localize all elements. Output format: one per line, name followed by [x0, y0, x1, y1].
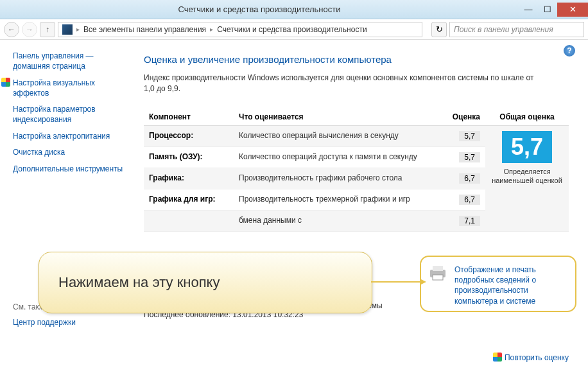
callout-arrow	[371, 281, 425, 283]
cell-score: 5,7	[447, 125, 485, 146]
repeat-label: Повторить оценку	[505, 353, 569, 362]
cell-desc: Производительность трехмерной графики и …	[234, 189, 447, 210]
breadcrumb[interactable]: ▸ Все элементы панели управления ▸ Счетч…	[58, 22, 422, 37]
titlebar: Счетчики и средства производительности —…	[0, 0, 588, 19]
cell-score: 6,7	[447, 168, 485, 189]
back-button[interactable]: ←	[4, 22, 19, 37]
up-button[interactable]: ↑	[40, 22, 55, 37]
sidebar-link-support[interactable]: Центр поддержки	[13, 318, 128, 328]
sidebar-link-advanced-tools[interactable]: Дополнительные инструменты	[13, 164, 128, 175]
search-input[interactable]: Поиск в панели управления	[449, 22, 584, 37]
score-table: Компонент Что оценивается Оценка Общая о…	[144, 109, 569, 232]
search-placeholder: Поиск в панели управления	[454, 25, 553, 34]
cell-score: 6,7	[447, 189, 485, 210]
sidebar: Панель управления — домашняя страница На…	[0, 40, 135, 375]
overall-score-badge: 5,7	[502, 131, 552, 163]
cell-desc: Производительность графики рабочего стол…	[234, 168, 447, 189]
page-heading: Оценка и увеличение производительности к…	[144, 54, 569, 65]
cell-component: Процессор:	[144, 125, 234, 146]
cell-component: Графика:	[144, 168, 234, 189]
address-bar: ← → ↑ ▸ Все элементы панели управления ▸…	[0, 19, 588, 40]
minimize-button[interactable]: —	[519, 3, 538, 17]
overall-score-cell: 5,7 Определяется наименьшей оценкой	[485, 125, 569, 231]
sidebar-home-link[interactable]: Панель управления — домашняя страница	[13, 51, 128, 71]
window-controls: — ☐ ✕	[519, 3, 588, 17]
shield-icon	[1, 78, 10, 87]
svg-rect-2	[433, 275, 443, 280]
content-pane: Оценка и увеличение производительности к…	[135, 40, 588, 375]
cell-component: Графика для игр:	[144, 189, 234, 210]
main-area: Панель управления — домашняя страница На…	[0, 40, 588, 375]
forward-button[interactable]: →	[22, 22, 37, 37]
maximize-button[interactable]: ☐	[538, 3, 557, 17]
printer-icon	[428, 265, 448, 281]
shield-icon	[493, 353, 502, 362]
cell-component: Память (ОЗУ):	[144, 146, 234, 168]
svg-rect-1	[433, 266, 443, 271]
col-overall: Общая оценка	[485, 109, 569, 126]
repeat-assessment-link[interactable]: Повторить оценку	[493, 353, 569, 362]
sidebar-link-disk-cleanup[interactable]: Очистка диска	[13, 148, 128, 158]
cell-desc: Количество операций доступа к памяти в с…	[234, 146, 447, 168]
table-row: Процессор: Количество операций вычислени…	[144, 125, 569, 146]
cell-component	[144, 210, 234, 231]
sidebar-link-indexing[interactable]: Настройка параметров индексирования	[13, 105, 128, 125]
annotation-callout: Нажимаем на эту кнопку	[39, 252, 372, 313]
sidebar-link-power[interactable]: Настройка электропитания	[13, 132, 128, 142]
intro-text: Индекс производительности Windows исполь…	[144, 73, 542, 94]
breadcrumb-root[interactable]: Все элементы панели управления	[83, 25, 206, 34]
col-what: Что оценивается	[234, 109, 447, 126]
window-title: Счетчики и средства производительности	[0, 4, 519, 14]
control-panel-icon	[62, 24, 73, 35]
cell-desc: Количество операций вычисления в секунду	[234, 125, 447, 146]
sidebar-link-label: Настройка визуальных эффектов	[13, 78, 95, 98]
overall-score-note: Определяется наименьшей оценкой	[490, 167, 564, 186]
callout-text: Нажимаем на эту кнопку	[58, 274, 220, 291]
cell-score: 5,7	[447, 146, 485, 168]
breadcrumb-current[interactable]: Счетчики и средства производительности	[217, 25, 367, 34]
close-button[interactable]: ✕	[557, 3, 588, 17]
cell-desc: бмена данными с	[234, 210, 447, 231]
col-component: Компонент	[144, 109, 234, 126]
sidebar-link-visual-effects[interactable]: Настройка визуальных эффектов	[13, 78, 128, 98]
col-score: Оценка	[447, 109, 485, 126]
refresh-button[interactable]: ↻	[431, 22, 447, 37]
chevron-right-icon: ▸	[210, 26, 213, 33]
chevron-right-icon: ▸	[76, 26, 80, 33]
print-details-box[interactable]: Отображение и печать подробных сведений …	[420, 256, 576, 312]
print-details-link[interactable]: Отображение и печать подробных сведений …	[454, 265, 569, 304]
cell-score: 7,1	[447, 210, 485, 231]
